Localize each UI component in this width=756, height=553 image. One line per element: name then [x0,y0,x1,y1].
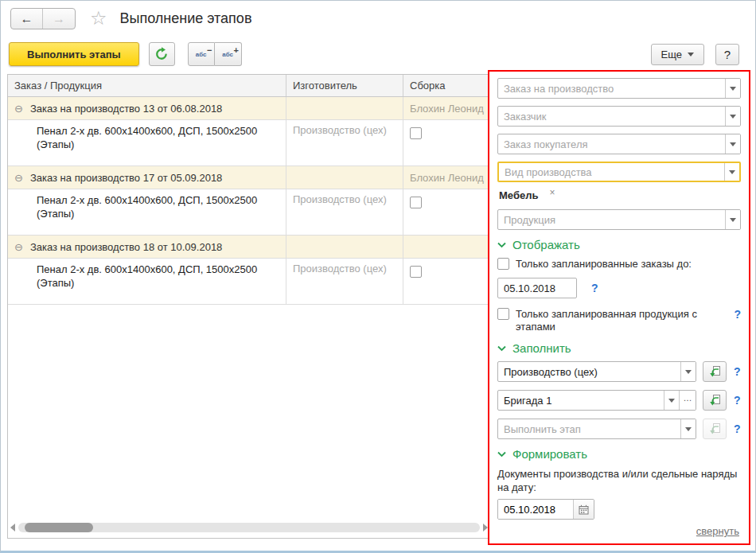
help-link[interactable]: ? [591,282,598,294]
orders-table: Заказ / Продукция Изготовитель Сборка ⊖З… [7,74,493,539]
chevron-down-icon [668,399,675,403]
assembly-checkbox[interactable] [410,197,422,208]
back-button[interactable]: ← [11,9,43,29]
manufacturer-input[interactable] [498,362,680,381]
only-planned-products-row: Только запланированная продукция с этапа… [497,308,741,333]
navigation-buttons: ← → [10,8,76,29]
only-planned-orders-label: Только запланированные заказы до: [516,258,692,271]
table-row-product-1[interactable]: Пенал 2-х дв. 600х1400х600, ДСП, 1500х25… [8,120,492,166]
tag-label: Мебель [499,189,538,201]
customer-filter-field [497,106,741,127]
product-name: Пенал 2-х дв. 600х1400х600, ДСП, 1500х25… [8,189,286,235]
fill-manufacturer-button[interactable] [703,361,727,382]
brigade-input[interactable] [498,391,664,410]
chevron-down-icon [730,115,736,119]
brigade-field: … [497,390,696,411]
section-fill[interactable]: Заполнить [497,341,741,355]
chevron-down-icon [730,218,736,222]
collapse-row-icon[interactable]: ⊖ [14,103,23,115]
table-row-product-3[interactable]: Пенал 2-х дв. 600х1400х600, ДСП, 1500х25… [8,259,492,305]
product-filter-input[interactable] [498,210,725,229]
back-icon: ← [21,12,33,25]
fill-brigade-button[interactable] [703,390,727,411]
help-link[interactable]: ? [734,365,741,378]
manufacturer-name: Производство (цех) [293,124,387,136]
dropdown-button[interactable] [725,134,740,154]
favorite-star-icon[interactable]: ☆ [90,9,107,28]
order-filter-input[interactable] [498,79,725,98]
help-link[interactable]: ? [734,394,741,407]
chevron-down-icon [729,170,735,174]
page-title: Выполнение этапов [120,10,252,27]
fill-stage-row: ? [497,419,741,439]
dropdown-button[interactable] [725,79,740,98]
help-link[interactable]: ? [734,308,741,321]
dropdown-button[interactable] [664,391,679,410]
production-type-input[interactable] [499,163,724,181]
stage-input[interactable] [498,419,680,438]
fill-brigade-row: … ? [497,390,741,411]
assembly-checkbox[interactable] [410,127,422,139]
remove-tag-icon[interactable]: × [549,187,555,198]
fill-icon [708,365,721,378]
table-header: Заказ / Продукция Изготовитель Сборка [8,75,492,97]
scrollbar-track[interactable] [18,523,480,532]
planned-orders-date-input[interactable] [498,278,576,298]
table-row-group-2[interactable]: ⊖Заказ на производство 17 от 05.09.2018 … [8,166,492,189]
dropdown-button[interactable] [680,419,696,438]
choose-button[interactable]: … [679,391,696,410]
fill-icon [708,423,721,435]
column-header-manufacturer[interactable]: Изготовитель [286,75,403,96]
table-row-group-3[interactable]: ⊖Заказ на производство 18 от 10.09.2018 [8,236,492,259]
assembly-checkbox[interactable] [410,266,422,278]
order-label: Заказ на производство 17 от 05.09.2018 [30,172,222,184]
collapse-row-icon[interactable]: ⊖ [14,241,23,253]
section-form[interactable]: Формировать [497,447,741,461]
scroll-left-icon[interactable] [10,524,15,532]
order-label: Заказ на производство 18 от 10.09.2018 [30,241,222,253]
product-filter-field [497,209,741,230]
table-row-group-1[interactable]: ⊖Заказ на производство 13 от 06.08.2018 … [8,97,492,120]
dropdown-button[interactable] [725,210,740,229]
expand-groups-button[interactable]: абс+ [215,42,242,66]
column-header-assembly[interactable]: Сборка [403,75,492,96]
collapse-groups-icon: абс− [196,51,207,58]
manufacturer-field [497,361,696,382]
collapse-groups-button[interactable]: абс− [188,42,215,66]
order-filter-field [497,78,741,99]
chevron-down-icon [730,142,736,146]
collapse-panel-link[interactable]: свернуть [696,525,739,537]
title-bar: ← → ☆ Выполнение этапов [1,1,755,36]
stage-field [497,419,696,439]
refresh-button[interactable] [149,42,175,66]
chevron-down-icon [497,345,506,352]
calendar-button[interactable] [573,500,594,519]
dropdown-button[interactable] [724,163,739,181]
only-planned-orders-checkbox[interactable] [497,258,509,270]
planned-orders-date-field [497,278,577,298]
production-type-tag: Мебель × [499,189,741,201]
execute-stages-button[interactable]: Выполнить этапы [9,42,139,66]
scrollbar-thumb[interactable] [25,523,93,532]
help-button[interactable]: ? [715,44,739,65]
assembler-name: Блохин Леонид [410,103,484,115]
customer-order-filter-input[interactable] [498,134,725,154]
table-row-product-2[interactable]: Пенал 2-х дв. 600х1400х600, ДСП, 1500х25… [8,189,492,236]
horizontal-scrollbar[interactable] [10,522,488,532]
chevron-down-icon [730,87,736,91]
form-date-input[interactable] [498,500,573,519]
only-planned-products-checkbox[interactable] [497,308,509,320]
section-display[interactable]: Отображать [497,238,741,251]
help-link[interactable]: ? [734,423,741,435]
fill-icon [708,394,721,407]
dropdown-button[interactable] [725,107,740,126]
collapse-row-icon[interactable]: ⊖ [14,172,23,184]
order-label: Заказ на производство 13 от 06.08.2018 [30,103,222,115]
dropdown-button[interactable] [680,362,696,381]
forward-button[interactable]: → [43,9,75,29]
customer-filter-input[interactable] [498,107,725,126]
chevron-down-icon [685,370,692,374]
more-button[interactable]: Еще [651,44,704,65]
calendar-icon [579,504,589,515]
column-header-order-product[interactable]: Заказ / Продукция [8,75,286,96]
